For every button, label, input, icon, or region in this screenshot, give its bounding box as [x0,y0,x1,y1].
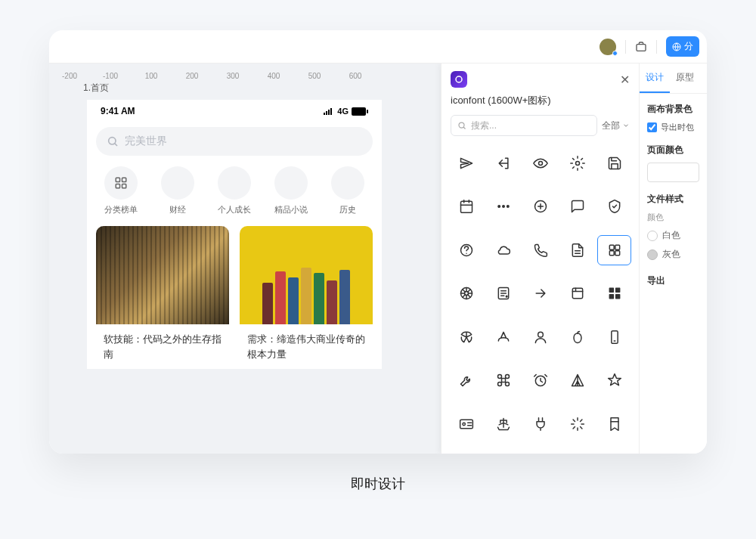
radio-grey[interactable]: 灰色 [647,248,699,261]
svg-point-30 [506,296,507,298]
arrow-right-icon[interactable] [523,278,557,308]
category-row: 分类榜单 财经 个人成长 精品小说 历史 [87,166,382,226]
book-title: 软技能：代码之外的生存指南 [96,324,229,369]
tent-icon[interactable] [560,365,594,395]
svg-rect-17 [460,202,472,213]
inspector-body: 画布背景色 导出时包 页面颜色 文件样式 颜色 白色 灰色 导出 [640,94,707,302]
calendar-icon[interactable] [449,191,483,221]
svg-rect-42 [501,379,505,383]
tab-prototype[interactable]: 原型 [670,64,700,93]
category-item[interactable]: 财经 [161,166,194,215]
exit-icon[interactable] [486,148,520,178]
plugin-icon [451,71,467,88]
category-item[interactable]: 历史 [331,166,364,215]
grid-icon [104,166,138,200]
svg-rect-12 [122,184,126,188]
wheel-icon[interactable] [449,278,483,308]
ship-icon[interactable] [486,409,520,439]
drone-icon[interactable] [486,365,520,395]
id-card-icon[interactable] [449,409,483,439]
status-right: 4G [324,107,368,116]
alarm-icon[interactable] [523,365,557,395]
document-icon[interactable] [560,235,594,265]
search-placeholder: 完美世界 [125,135,167,148]
book-title: 需求：缔造伟大商业传奇的根本力量 [240,324,373,369]
star-icon[interactable] [597,365,631,395]
svg-rect-44 [460,420,472,429]
signal-icon [324,107,334,115]
close-icon[interactable]: ✕ [620,73,630,87]
tab-design[interactable]: 设计 [640,64,670,93]
svg-point-39 [505,375,509,379]
svg-rect-32 [609,289,613,293]
canvas[interactable]: -200 -100 100 200 300 400 500 600 1.首页 9… [49,64,639,454]
category-item[interactable]: 分类榜单 [104,166,138,215]
search-icon [107,135,119,147]
loading-icon[interactable] [560,409,594,439]
share-button[interactable]: 分 [666,36,699,57]
category-item[interactable]: 个人成长 [218,166,251,215]
presence-dot [612,51,618,56]
shield-icon[interactable] [597,191,631,221]
user-icon[interactable] [523,322,557,352]
apple-icon[interactable] [560,322,594,352]
page-color-title: 页面颜色 [647,144,699,156]
svg-rect-11 [116,184,120,188]
gear-icon[interactable] [560,148,594,178]
book-cover [96,226,229,324]
svg-rect-6 [352,107,366,116]
help-icon[interactable] [449,235,483,265]
svg-rect-3 [326,111,327,115]
svg-point-20 [507,206,509,208]
plug-icon[interactable] [523,409,557,439]
note-icon[interactable] [486,278,520,308]
category-item[interactable]: 精品小说 [274,166,308,215]
radio-white[interactable]: 白色 [647,229,699,242]
color-swatch[interactable] [647,163,699,182]
grid-icon[interactable] [597,235,631,265]
footer-label: 即时设计 [351,475,405,493]
svg-rect-5 [330,108,332,115]
inspector-panel: 设计 原型 画布背景色 导出时包 页面颜色 文件样式 颜色 白色 灰色 导出 [639,64,707,454]
eye-icon[interactable] [523,148,557,178]
fan-icon[interactable] [449,322,483,352]
phone-mockup[interactable]: 9:41 AM 4G 完美世界 分类榜 [87,100,382,369]
save-icon[interactable] [597,148,631,178]
cloud-icon[interactable] [486,235,520,265]
icon-search-input[interactable]: 搜索... [451,115,597,136]
grid-solid-icon[interactable] [597,278,631,308]
export-title: 导出 [647,274,699,287]
inspector-tabs: 设计 原型 [640,64,707,94]
filter-dropdown[interactable]: 全部 [602,119,630,132]
briefcase-icon[interactable] [635,41,647,53]
book-cards: 软技能：代码之外的生存指南 需求：缔造伟大商业传奇的根本力量 [87,226,382,369]
share-label: 分 [684,40,693,53]
hat-icon[interactable] [486,322,520,352]
more-icon[interactable] [486,191,520,221]
svg-rect-35 [615,295,619,299]
avatar[interactable] [600,39,616,55]
phone-icon[interactable] [523,235,557,265]
box-icon[interactable] [560,278,594,308]
svg-rect-24 [615,245,619,249]
svg-point-14 [459,122,464,128]
chat-icon[interactable] [560,191,594,221]
svg-rect-31 [572,289,582,299]
file-style-title: 文件样式 [647,193,699,206]
svg-point-18 [497,206,500,208]
svg-rect-0 [637,44,646,51]
send-icon[interactable] [449,148,483,178]
book-cover [240,226,373,324]
time-label: 9:41 AM [101,106,135,116]
search-input[interactable]: 完美世界 [96,127,373,156]
svg-rect-10 [122,178,126,181]
svg-rect-33 [615,289,619,293]
export-include-checkbox[interactable]: 导出时包 [647,122,699,133]
plus-circle-icon[interactable] [523,191,557,221]
mobile-icon[interactable] [597,322,631,352]
bookmark-icon[interactable] [597,409,631,439]
book-card[interactable]: 需求：缔造伟大商业传奇的根本力量 [240,226,373,369]
svg-point-36 [538,332,543,337]
wrench-icon[interactable] [449,365,483,395]
book-card[interactable]: 软技能：代码之外的生存指南 [96,226,229,369]
